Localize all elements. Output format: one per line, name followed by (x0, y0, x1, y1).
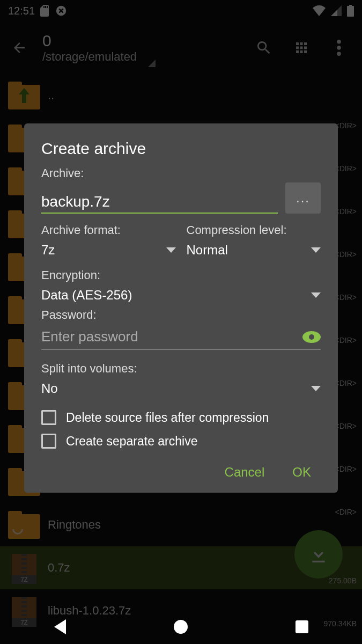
svg-point-4 (309, 334, 314, 340)
create-archive-dialog: Create archive Archive: ... Archive form… (24, 123, 338, 493)
nav-recents-button[interactable] (295, 620, 308, 633)
level-label: Compression level: (187, 223, 321, 237)
chevron-down-icon (311, 386, 321, 391)
format-select[interactable]: 7z (41, 239, 176, 263)
chevron-down-icon (311, 292, 321, 298)
encryption-label: Encryption: (41, 268, 321, 282)
separate-archive-label: Create separate archive (66, 434, 197, 449)
ok-button[interactable]: OK (292, 465, 311, 480)
chevron-down-icon (166, 247, 176, 253)
checkbox-icon (41, 434, 56, 449)
archive-name-input[interactable] (41, 191, 278, 214)
checkbox-icon (41, 410, 56, 425)
visibility-icon[interactable] (302, 331, 321, 343)
password-label: Password: (41, 308, 321, 322)
navigation-bar (0, 610, 362, 644)
encryption-select[interactable]: Data (AES-256) (41, 284, 321, 308)
split-label: Split into volumes: (41, 362, 321, 376)
format-value: 7z (41, 243, 55, 258)
browse-button[interactable]: ... (285, 182, 321, 214)
password-input[interactable] (41, 324, 302, 349)
dialog-title: Create archive (41, 140, 321, 158)
cancel-button[interactable]: Cancel (225, 465, 265, 480)
delete-source-checkbox[interactable]: Delete source files after compression (41, 410, 321, 425)
archive-label: Archive: (41, 166, 321, 180)
level-value: Normal (187, 243, 228, 258)
chevron-down-icon (311, 247, 321, 253)
encryption-value: Data (AES-256) (41, 288, 132, 303)
nav-back-button[interactable] (54, 619, 66, 634)
split-value: No (41, 381, 58, 396)
format-label: Archive format: (41, 223, 176, 237)
delete-source-label: Delete source files after compression (66, 411, 269, 425)
split-select[interactable]: No (41, 378, 321, 401)
separate-archive-checkbox[interactable]: Create separate archive (41, 434, 321, 449)
nav-home-button[interactable] (174, 620, 188, 634)
level-select[interactable]: Normal (187, 239, 321, 263)
